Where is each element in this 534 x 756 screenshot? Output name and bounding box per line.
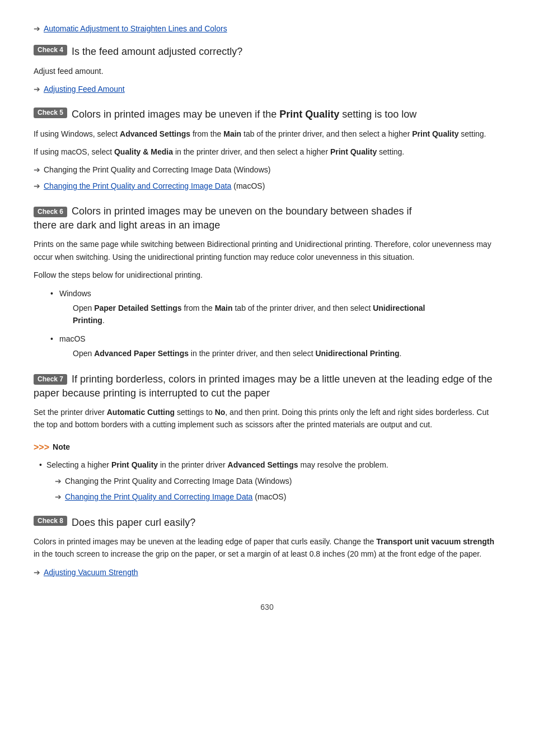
check5-heading: Check 5Colors in printed images may be u… (34, 108, 500, 122)
check8-heading: Check 8Does this paper curl easily? (34, 516, 500, 530)
check5-para1: If using Windows, select Advanced Settin… (34, 128, 500, 140)
auto-adjustment-link[interactable]: Automatic Adjustment to Straighten Lines… (44, 22, 227, 35)
adjusting-feed-link[interactable]: Adjusting Feed Amount (44, 83, 125, 95)
check5-link1-item: ➔ Changing the Print Quality and Correct… (34, 164, 500, 176)
note-arrows-icon: >>> (34, 440, 49, 455)
check4-badge: Check 4 (34, 45, 67, 55)
check8-section: Check 8Does this paper curl easily? Colo… (34, 516, 500, 578)
check4-link-item: ➔ Adjusting Feed Amount (34, 83, 500, 95)
check7-section: Check 7If printing borderless, colors in… (34, 372, 500, 503)
check4-arrow-icon: ➔ (34, 83, 40, 95)
check8-arrow-icon: ➔ (34, 566, 40, 578)
arrow-icon: ➔ (34, 22, 40, 35)
check6-badge: Check 6 (34, 207, 67, 217)
check7-badge: Check 7 (34, 374, 67, 385)
check7-note: >>> Note Selecting a higher Print Qualit… (34, 440, 500, 503)
note-content: Selecting a higher Print Quality in the … (34, 459, 500, 503)
check8-para: Colors in printed images may be uneven a… (34, 535, 500, 561)
note-bullet1: Selecting a higher Print Quality in the … (39, 459, 500, 471)
check6-windows-para: Open Paper Detailed Settings from the Ma… (73, 302, 500, 327)
note-link1-item: ➔ Changing the Print Quality and Correct… (39, 475, 500, 503)
check6-macos-para: Open Advanced Paper Settings in the prin… (73, 347, 500, 360)
check4-para: Adjust feed amount. (34, 65, 500, 77)
check5-link2-item: ➔ Changing the Print Quality and Correct… (34, 180, 500, 192)
note-link2[interactable]: Changing the Print Quality and Correctin… (65, 491, 252, 503)
top-link-item: ➔ Automatic Adjustment to Straighten Lin… (34, 22, 500, 35)
check5-para2: If using macOS, select Quality & Media i… (34, 146, 500, 158)
check6-para1: Prints on the same page while switching … (34, 238, 500, 263)
check6-windows: Windows Open Paper Detailed Settings fro… (39, 287, 500, 327)
check5-section: Check 5Colors in printed images may be u… (34, 108, 500, 192)
page-number: 630 (34, 601, 500, 613)
check7-para: Set the printer driver Automatic Cutting… (34, 406, 500, 431)
page-content: ➔ Automatic Adjustment to Straighten Lin… (34, 22, 500, 613)
check5-badge: Check 5 (34, 108, 67, 118)
check5-arrow1-icon: ➔ (34, 164, 40, 176)
check6-para2: Follow the steps below for unidirectiona… (34, 269, 500, 281)
check4-section: Check 4Is the feed amount adjusted corre… (34, 45, 500, 95)
note-arrow2-icon: ➔ (55, 491, 62, 503)
check5-arrow2-icon: ➔ (34, 180, 40, 192)
note-arrow1-icon: ➔ (55, 475, 62, 487)
note-header: >>> Note (34, 440, 500, 455)
check6-macos-item: macOS Open Advanced Paper Settings in th… (50, 333, 500, 360)
check6-macos: macOS Open Advanced Paper Settings in th… (39, 333, 500, 360)
adjusting-vacuum-link[interactable]: Adjusting Vacuum Strength (44, 566, 138, 578)
check6-heading: Check 6Colors in printed images may be u… (34, 204, 500, 232)
check8-badge: Check 8 (34, 516, 67, 526)
check5-link2[interactable]: Changing the Print Quality and Correctin… (44, 180, 231, 192)
check4-heading: Check 4Is the feed amount adjusted corre… (34, 45, 500, 59)
check6-windows-item: Windows Open Paper Detailed Settings fro… (50, 287, 500, 327)
check8-link-item: ➔ Adjusting Vacuum Strength (34, 566, 500, 578)
check7-heading: Check 7If printing borderless, colors in… (34, 372, 500, 400)
check6-section: Check 6Colors in printed images may be u… (34, 204, 500, 360)
